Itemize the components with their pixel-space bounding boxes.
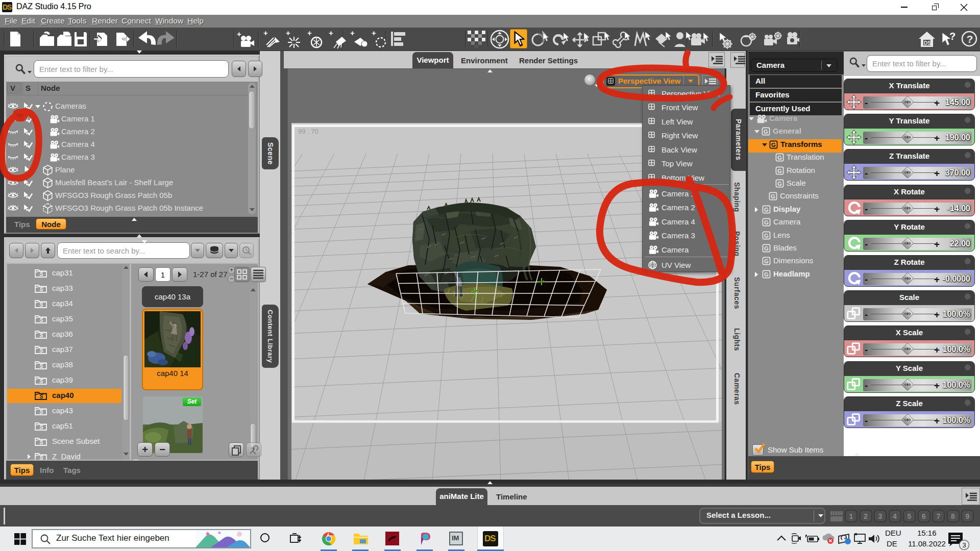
svg-text:+: +: [329, 30, 333, 37]
svg-text:S: S: [39, 393, 43, 399]
svg-text:?: ?: [949, 31, 955, 42]
svg-text:+: +: [307, 30, 312, 37]
svg-text:DS: DS: [924, 40, 931, 46]
svg-text:S: S: [39, 409, 43, 415]
svg-text:+: +: [263, 30, 268, 37]
svg-text:S: S: [39, 302, 43, 308]
svg-text:S: S: [39, 286, 43, 292]
svg-text:S: S: [39, 378, 43, 384]
svg-text:S: S: [39, 332, 43, 338]
svg-text:+: +: [237, 30, 241, 38]
svg-text:+: +: [286, 30, 290, 37]
svg-text:S: S: [39, 347, 43, 354]
svg-text:S: S: [39, 271, 43, 277]
svg-text:+: +: [372, 30, 376, 37]
svg-text:3: 3: [963, 541, 966, 549]
svg-text:S: S: [39, 424, 43, 430]
svg-text:S: S: [39, 439, 43, 445]
svg-text:S: S: [39, 317, 43, 323]
svg-text:S: S: [39, 455, 43, 460]
svg-text:?: ?: [967, 33, 973, 45]
svg-text:+: +: [350, 30, 355, 37]
svg-text:S: S: [39, 363, 43, 369]
